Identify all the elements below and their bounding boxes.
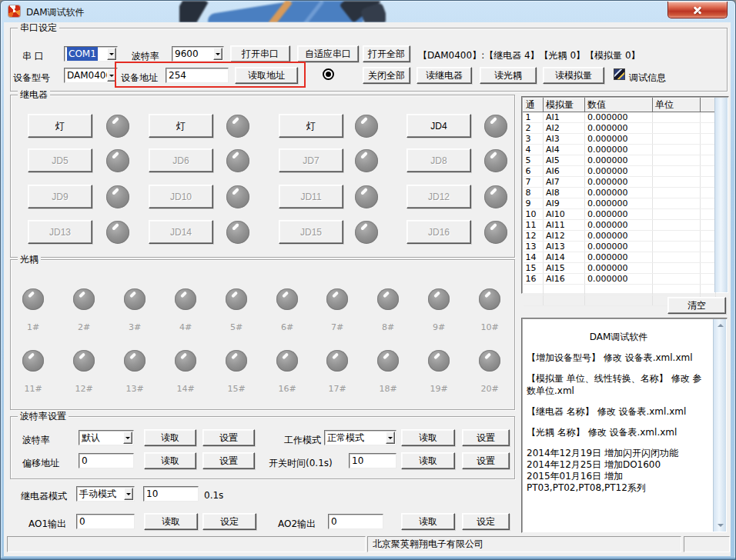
table-cell [701,134,716,145]
table-cell [701,145,716,155]
table-cell: AI1 [544,112,585,123]
ao1-input[interactable]: 0 [76,514,135,529]
ao1-set-button[interactable]: 设定 [202,513,256,530]
baudrate-read-button[interactable]: 读取 [144,429,196,446]
ao2-set-button[interactable]: 设定 [462,513,510,530]
table-cell: 0.000000 [585,177,653,188]
relay-button-1[interactable]: 灯 [28,114,92,138]
chevron-down-icon[interactable] [386,432,395,444]
offset-set-button[interactable]: 设置 [202,452,255,469]
app-icon [8,5,20,17]
opto-label-8: 8# [377,322,399,332]
table-cell: 9 [524,198,544,209]
relay-mode-select[interactable]: 手动模式 [76,486,135,502]
opto-led-18 [377,350,399,372]
ao2-read-button[interactable]: 读取 [401,513,455,530]
relay-button-16: JD16 [406,220,471,244]
opto-led-14 [175,350,196,372]
info-scrollbar[interactable] [713,319,726,532]
offset-read-button[interactable]: 读取 [144,452,196,469]
table-cell [701,112,716,123]
relay-led-6 [226,149,249,172]
switch-time-input[interactable]: 10 [349,453,396,468]
info-log-line-3: 2015年01月16日 增加PT03,PT02,PT08,PT12系列 [527,471,711,494]
auto-serial-button[interactable]: 自适应串口 [297,45,359,62]
device-addr-input[interactable]: 254 [166,68,229,83]
table-cell [544,295,585,306]
table-cell: AI8 [544,188,585,198]
baudrate-label: 波特率 [22,434,50,447]
opto-led-9 [428,288,450,310]
port-label: 串 口 [22,50,44,63]
ao1-label: AO1输出 [28,518,66,531]
table-cell: AI14 [544,252,585,263]
table-cell [653,274,701,285]
baudrate-select[interactable]: 默认 [79,430,134,445]
read-relay-button[interactable]: 读继电器 [417,67,472,84]
offset-label: 偏移地址 [22,457,59,470]
clear-button[interactable]: 清空 [667,297,726,314]
switch-time-read-button[interactable]: 读取 [401,452,455,469]
open-serial-button[interactable]: 打开串口 [230,45,290,62]
table-cell: 0.000000 [585,155,653,166]
table-cell: 14 [524,252,544,263]
info-paragraph-3: 【继电器 名称】 修改 设备表.xml.xml [527,405,711,418]
info-log-line-1: 2014年12月19日 增加闪开闪闭功能 [527,448,711,459]
relay-button-4[interactable]: JD4 [406,114,471,138]
table-cell [701,166,716,177]
info-paragraph-1: 【增加设备型号】 修改 设备表.xml.xml [527,352,711,364]
relay-button-7: JD7 [279,148,343,172]
opto-led-15 [226,350,247,372]
status-pane-company: 北京聚英翱翔电子有限公司 [367,536,681,552]
table-cell [653,112,701,123]
table-cell [653,198,701,209]
device-addr-label: 设备地址 [121,72,158,85]
chevron-down-icon[interactable] [107,48,116,60]
opto-label-11: 11# [22,384,44,394]
table-cell: AI9 [544,198,585,209]
switch-time-set-button[interactable]: 设置 [462,452,510,469]
opto-led-3 [124,288,146,310]
read-opto-button[interactable]: 读光耦 [480,67,537,84]
relay-button-2[interactable]: 灯 [149,114,213,138]
chevron-down-icon[interactable] [213,48,222,60]
table-row: 10AI100.000000 [524,209,716,220]
ao2-input[interactable]: 0 [328,514,383,529]
work-mode-set-button[interactable]: 设置 [462,429,510,446]
table-scrollbar[interactable] [714,98,728,292]
opto-label-3: 3# [124,322,146,332]
ao1-read-button[interactable]: 读取 [144,513,198,530]
device-model-value: DAM0400 [67,68,112,82]
read-address-button[interactable]: 读取地址 [235,67,298,84]
table-cell: 8 [524,188,544,198]
opto-label-19: 19# [428,384,450,394]
device-model-select[interactable]: DAM0400 [64,68,118,83]
opto-label-6: 6# [276,322,298,332]
table-cell: 0.000000 [585,112,653,123]
table-cell [701,123,716,134]
work-mode-read-button[interactable]: 读取 [401,429,455,446]
table-cell [585,295,653,306]
table-cell [701,285,716,295]
chevron-down-icon[interactable] [123,432,132,444]
relay-led-15 [355,221,378,244]
close-all-button[interactable]: 关闭全部 [363,67,410,84]
open-all-button[interactable]: 打开全部 [363,45,410,62]
work-mode-select[interactable]: 正常模式 [324,430,396,445]
relay-button-6: JD6 [149,148,213,172]
table-cell [524,285,544,295]
opto-led-1 [22,288,44,310]
table-cell: 0.000000 [585,263,653,274]
relay-time-input[interactable]: 10 [143,486,199,502]
close-button[interactable] [667,2,728,18]
baud-select[interactable]: 9600 [172,46,224,62]
baudrate-set-button[interactable]: 设置 [202,429,255,446]
table-cell [701,220,716,231]
read-analog-button[interactable]: 读模拟量 [543,67,604,84]
opto-led-7 [326,288,348,310]
relay-button-3[interactable]: 灯 [279,114,343,138]
port-select[interactable]: COM1 [64,46,118,62]
chevron-down-icon[interactable] [124,488,133,500]
relay-led-1 [106,115,129,138]
offset-input[interactable]: 0 [79,453,134,468]
